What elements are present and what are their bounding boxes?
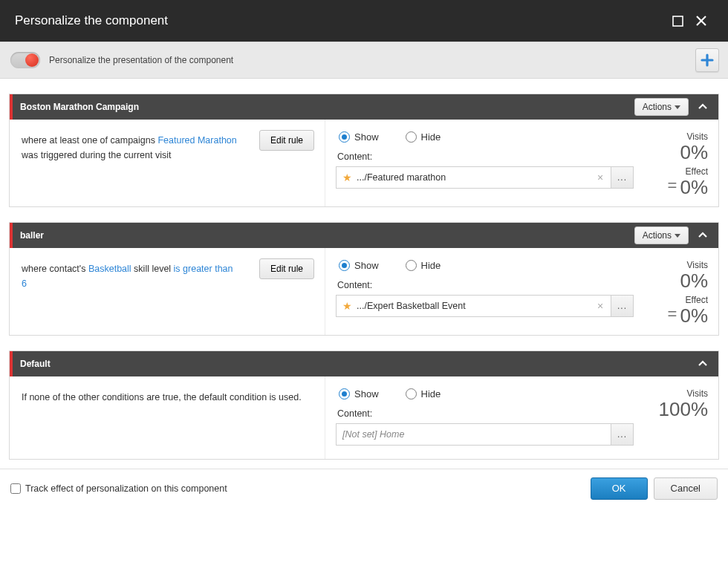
ok-button[interactable]: OK xyxy=(591,477,648,500)
effect-value: =0% xyxy=(647,177,708,198)
browse-button[interactable]: ... xyxy=(611,423,634,446)
subbar: Personalize the presentation of the comp… xyxy=(0,42,728,79)
actions-dropdown[interactable]: Actions xyxy=(634,98,689,116)
edit-rule-button[interactable]: Edit rule xyxy=(259,258,314,279)
metrics-column: Visits 0% Effect =0% xyxy=(644,120,718,206)
browse-button[interactable]: ... xyxy=(611,166,634,189)
default-desc: If none of the other conditions are true… xyxy=(22,390,313,405)
content-label: Content: xyxy=(337,151,634,162)
titlebar: Personalize the component xyxy=(0,0,728,42)
settings-column: Show Hide Content: ★ .../Expert Basketba… xyxy=(325,248,644,335)
visits-value: 0% xyxy=(647,142,708,163)
panel-baller: baller Actions where contact's Basketbal… xyxy=(9,222,719,336)
panel-title: Boston Marathon Campaign xyxy=(13,102,634,112)
chevron-down-icon xyxy=(675,234,680,238)
dialog-title: Personalize the component xyxy=(15,13,666,28)
panel-header: Boston Marathon Campaign Actions xyxy=(10,94,718,120)
edit-rule-button[interactable]: Edit rule xyxy=(259,130,314,151)
content-input[interactable]: [Not set] Home xyxy=(336,423,611,446)
actions-label: Actions xyxy=(643,230,672,241)
content-input[interactable]: ★ .../Featured marathon × xyxy=(336,166,611,189)
track-effect-checkbox[interactable]: Track effect of personalization on this … xyxy=(10,483,227,494)
collapse-button[interactable] xyxy=(693,97,712,117)
rule-column: where contact's Basketball skill level i… xyxy=(10,248,325,335)
personalize-toggle[interactable] xyxy=(10,52,40,68)
content-label: Content: xyxy=(337,280,634,290)
actions-dropdown[interactable]: Actions xyxy=(634,226,689,244)
content-label: Content: xyxy=(337,408,634,419)
settings-column: Show Hide Content: ★ .../Featured marath… xyxy=(325,120,644,206)
radio-show[interactable]: Show xyxy=(339,260,379,271)
collapse-button[interactable] xyxy=(693,354,712,374)
browse-button[interactable]: ... xyxy=(611,295,634,317)
visits-value: 100% xyxy=(647,399,708,420)
panel-header: baller Actions xyxy=(10,223,718,248)
effect-label: Effect xyxy=(647,166,708,177)
clear-icon[interactable]: × xyxy=(594,300,606,312)
svg-rect-0 xyxy=(673,16,683,26)
rule-text: where contact's Basketball skill level i… xyxy=(22,261,237,291)
add-rule-button[interactable] xyxy=(695,48,719,72)
maximize-button[interactable] xyxy=(666,9,689,33)
chevron-down-icon xyxy=(675,105,680,109)
content-value: .../Featured marathon xyxy=(357,172,594,183)
rule-link[interactable]: Basketball xyxy=(88,264,131,274)
cancel-button[interactable]: Cancel xyxy=(654,477,718,500)
content-input[interactable]: ★ .../Expert Basketball Event × xyxy=(336,295,611,317)
metrics-column: Visits 100% xyxy=(644,376,718,459)
subbar-text: Personalize the presentation of the comp… xyxy=(49,55,233,65)
radio-hide[interactable]: Hide xyxy=(406,131,441,143)
radio-show[interactable]: Show xyxy=(339,388,379,399)
effect-label: Effect xyxy=(647,295,708,305)
actions-label: Actions xyxy=(643,102,672,112)
close-button[interactable] xyxy=(689,9,713,33)
content-value: [Not set] Home xyxy=(342,429,606,440)
radio-hide[interactable]: Hide xyxy=(406,388,441,399)
rule-column: where at least one of campaigns Featured… xyxy=(10,120,325,206)
panel-title: baller xyxy=(13,230,634,241)
rule-column: If none of the other conditions are true… xyxy=(10,376,325,459)
rule-text: where at least one of campaigns Featured… xyxy=(22,133,237,163)
metrics-column: Visits 0% Effect =0% xyxy=(644,248,718,335)
visits-label: Visits xyxy=(647,388,708,399)
radio-show[interactable]: Show xyxy=(339,131,379,143)
panel-header: Default xyxy=(10,351,718,376)
settings-column: Show Hide Content: [Not set] Home ... xyxy=(325,376,644,459)
effect-value: =0% xyxy=(647,305,708,327)
visits-label: Visits xyxy=(647,131,708,142)
collapse-button[interactable] xyxy=(693,226,712,245)
panel-title: Default xyxy=(13,359,689,369)
star-icon: ★ xyxy=(342,172,352,183)
footer: Track effect of personalization on this … xyxy=(0,469,728,507)
visits-label: Visits xyxy=(647,260,708,270)
visits-value: 0% xyxy=(647,270,708,292)
content-value: .../Expert Basketball Event xyxy=(357,301,594,311)
radio-hide[interactable]: Hide xyxy=(406,260,441,271)
clear-icon[interactable]: × xyxy=(594,172,606,183)
rule-link[interactable]: Featured Marathon xyxy=(157,135,236,146)
panel-default: Default If none of the other conditions … xyxy=(9,350,719,460)
star-icon: ★ xyxy=(342,300,352,312)
panel-boston: Boston Marathon Campaign Actions where a… xyxy=(9,94,719,207)
